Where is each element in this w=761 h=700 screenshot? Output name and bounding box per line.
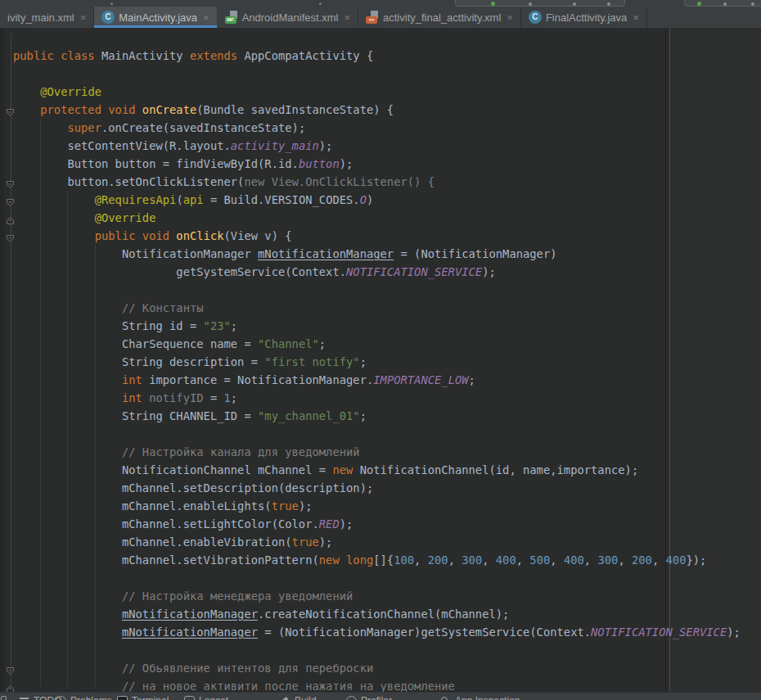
- code-line[interactable]: NotificationChannel mChannel = new Notif…: [0, 461, 761, 479]
- code-token: protected void: [13, 103, 142, 116]
- close-tab-icon[interactable]: ×: [633, 12, 639, 23]
- code-line[interactable]: mNotificationManager = (NotificationMana…: [0, 623, 761, 641]
- code-token: ,: [584, 553, 598, 567]
- code-line[interactable]: [0, 281, 761, 299]
- code-line[interactable]: mChannel.enableLights(true);: [0, 497, 761, 515]
- code-token: ;: [360, 409, 367, 422]
- close-tab-icon[interactable]: ×: [80, 12, 87, 23]
- code-line[interactable]: // Настройка менеджера уведомлений: [0, 587, 761, 605]
- code-line[interactable]: // Настройка канала для уведомлений: [0, 443, 761, 461]
- code-line[interactable]: CharSequence name = "Channel";: [0, 335, 761, 353]
- code-line[interactable]: public void onClick(View v) {: [0, 227, 761, 245]
- code-line[interactable]: NotificationManager mNotificationManager…: [0, 245, 761, 263]
- code-token: NOTIFICATION_SERVICE: [591, 625, 727, 639]
- tool-window-button-profiler[interactable]: Profiler: [346, 695, 392, 700]
- code-token: 400: [496, 553, 516, 567]
- fold-collapse-icon[interactable]: [6, 178, 15, 187]
- code-token: [13, 301, 122, 314]
- tab-androidmanifest-xml[interactable]: MFAndroidManifest.xml×: [218, 7, 358, 28]
- code-line[interactable]: getSystemService(Context.NOTIFICATION_SE…: [0, 263, 761, 281]
- code-line[interactable]: String description = "first notify";: [0, 353, 761, 371]
- code-token: [13, 445, 122, 458]
- code-line[interactable]: mChannel.setLightColor(Color.RED);: [0, 515, 761, 533]
- tool-window-button-problems[interactable]: Problems: [56, 695, 112, 700]
- code-token: ,: [516, 553, 530, 567]
- tool-window-label: App Inspection: [455, 695, 520, 700]
- run-configuration-widget[interactable]: [455, 0, 625, 7]
- java-class-icon: C: [529, 11, 542, 24]
- code-token: ,: [652, 553, 666, 567]
- code-line[interactable]: mChannel.enableVibration(true);: [0, 533, 761, 551]
- code-token: = Build.VERSION_CODES.: [204, 193, 360, 206]
- fold-end-icon[interactable]: [6, 214, 15, 223]
- tab-ivity-main-xml[interactable]: ivity_main.xml×: [0, 7, 94, 28]
- code-line[interactable]: int notifyID = 1;: [0, 389, 761, 407]
- toolbar-icon[interactable]: [573, 2, 576, 6]
- code-line[interactable]: String CHANNEL_ID = "my_channel_01";: [0, 407, 761, 425]
- toolbar-icon[interactable]: [529, 2, 532, 6]
- code-line[interactable]: mNotificationManager.createNotificationC…: [0, 605, 761, 623]
- code-area[interactable]: public class MainActivity extends AppCom…: [0, 47, 761, 695]
- toolbar-icon[interactable]: [723, 2, 727, 6]
- code-token: ;: [319, 337, 326, 350]
- code-token: getSystemService(Context.: [13, 265, 346, 278]
- code-token: O: [360, 193, 367, 206]
- code-line[interactable]: [0, 569, 761, 587]
- code-line[interactable]: String id = "23";: [0, 317, 761, 335]
- code-line[interactable]: protected void onCreate(Bundle savedInst…: [0, 101, 761, 119]
- code-line[interactable]: button.setOnClickListener(new View.OnCli…: [0, 173, 761, 191]
- fold-end-icon[interactable]: [6, 682, 15, 691]
- tool-window-button-logcat[interactable]: Logcat: [184, 695, 228, 700]
- device-run-icon[interactable]: [697, 2, 701, 6]
- tab-finalacttivity-java[interactable]: CFinalActtivity.java×: [521, 7, 647, 28]
- terminal-icon: [117, 696, 128, 700]
- close-tab-icon[interactable]: ×: [344, 12, 350, 23]
- window-icon[interactable]: [1, 696, 7, 700]
- fold-collapse-icon[interactable]: [6, 106, 15, 115]
- fold-collapse-icon[interactable]: [6, 664, 15, 673]
- code-token: [13, 85, 40, 98]
- code-line[interactable]: mChannel.setVibrationPattern(new long[]{…: [0, 551, 761, 569]
- code-line[interactable]: // Константы: [0, 299, 761, 317]
- code-line[interactable]: [0, 65, 761, 83]
- tool-window-button-app-inspection[interactable]: App Inspection: [440, 695, 520, 700]
- profiler-icon: [346, 696, 357, 700]
- code-token: ,: [618, 553, 632, 567]
- close-tab-icon[interactable]: ×: [203, 12, 209, 23]
- java-class-icon: C: [529, 11, 542, 24]
- fold-collapse-icon[interactable]: [6, 232, 15, 241]
- code-line[interactable]: @RequiresApi(api = Build.VERSION_CODES.O…: [0, 191, 761, 209]
- tool-window-button-build[interactable]: Build: [280, 695, 317, 700]
- code-line[interactable]: setContentView(R.layout.activity_main);: [0, 137, 761, 155]
- code-token: IMPORTANCE_LOW: [373, 373, 468, 386]
- code-token: []{: [373, 553, 394, 567]
- code-token: NotificationChannel(id, name,importance)…: [360, 463, 639, 476]
- close-tab-icon[interactable]: ×: [507, 12, 513, 23]
- code-line[interactable]: // Обьявление интентов для переброски: [0, 659, 761, 677]
- code-line[interactable]: super.onCreate(savedInstanceState);: [0, 119, 761, 137]
- code-editor[interactable]: public class MainActivity extends AppCom…: [0, 28, 761, 692]
- code-line[interactable]: @Override: [0, 83, 761, 101]
- code-token: ,: [414, 553, 428, 567]
- code-token: // Настройка канала для уведомлений: [122, 445, 360, 458]
- fold-collapse-icon[interactable]: [6, 196, 15, 205]
- code-token: [13, 211, 95, 224]
- code-line[interactable]: int importance = NotificationManager.IMP…: [0, 371, 761, 389]
- tab-mainactivity-java[interactable]: CMainActivity.java×: [94, 7, 217, 28]
- tool-window-button-terminal[interactable]: Terminal: [117, 695, 169, 700]
- code-token: // Константы: [122, 301, 204, 314]
- tab-label: AndroidManifest.xml: [242, 11, 339, 24]
- tab-activity-final-acttivity-xml[interactable]: <>activity_final_acttivity.xml×: [358, 7, 521, 28]
- code-line[interactable]: @Override: [0, 209, 761, 227]
- code-token: mNotificationManager: [258, 247, 394, 260]
- code-token: });: [686, 553, 706, 567]
- toolbar-icon[interactable]: [751, 2, 754, 6]
- code-line[interactable]: public class MainActivity extends AppCom…: [0, 47, 761, 65]
- toolbar-icon[interactable]: [607, 2, 610, 6]
- code-line[interactable]: [0, 641, 761, 659]
- code-line[interactable]: mChannel.setDescription(description);: [0, 479, 761, 497]
- code-line[interactable]: [0, 425, 761, 443]
- code-line[interactable]: Button button = findViewById(R.id.button…: [0, 155, 761, 173]
- device-widget[interactable]: [684, 0, 761, 7]
- run-icon[interactable]: [491, 2, 495, 6]
